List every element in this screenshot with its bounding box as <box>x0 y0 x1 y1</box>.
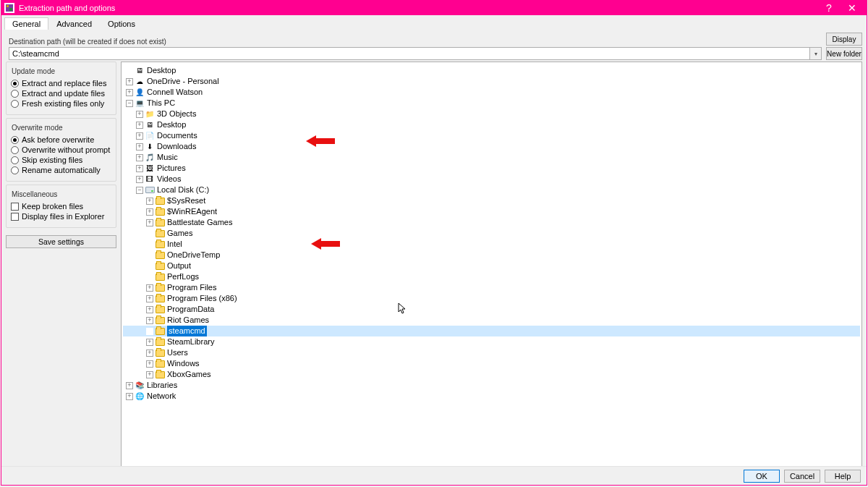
tree-thispc[interactable]: −💻This PC <box>123 98 860 109</box>
tree-toggle-icon[interactable]: + <box>146 339 153 346</box>
tree-spacer <box>146 263 153 270</box>
tree-c-item-perflogs[interactable]: PerfLogs <box>123 271 860 282</box>
pcfolder-icon: 🖥 <box>145 121 155 130</box>
tree-c-item-onedrivetemp[interactable]: OneDriveTemp <box>123 250 860 261</box>
folder-icon <box>155 338 165 347</box>
tree-toggle-icon[interactable]: + <box>146 295 153 302</box>
tree-network[interactable]: +🌐Network <box>123 391 860 402</box>
options-sidebar: Update mode Extract and replace filesExt… <box>6 62 116 486</box>
dialog-footer: OK Cancel Help <box>1 466 867 485</box>
tree-onedrive[interactable]: +☁OneDrive - Personal <box>123 76 860 87</box>
tree-libraries[interactable]: +📚Libraries <box>123 380 860 391</box>
overwrite-opt-0[interactable]: Ask before overwrite <box>11 135 111 145</box>
misc-legend: Miscellaneous <box>9 190 59 198</box>
ok-button[interactable]: OK <box>744 470 780 483</box>
radio-icon <box>11 80 19 88</box>
tree-c-item-steamcmd[interactable]: steamcmd <box>123 326 860 336</box>
tab-options[interactable]: Options <box>100 17 143 30</box>
tab-general[interactable]: General <box>4 17 48 30</box>
folder-icon <box>155 262 165 271</box>
folder-icon <box>155 197 165 206</box>
help-button-footer[interactable]: Help <box>825 470 861 483</box>
tree-desktop[interactable]: 🖥Desktop <box>123 65 860 76</box>
pcfolder-icon: ⬇ <box>145 143 155 151</box>
tree-toggle-icon[interactable]: + <box>136 122 143 129</box>
tree-toggle-icon[interactable]: + <box>146 219 153 226</box>
overwrite-opt-3[interactable]: Rename automatically <box>11 165 111 175</box>
close-button[interactable]: ✕ <box>841 1 864 15</box>
pc-icon: 💻 <box>135 99 145 108</box>
pcfolder-icon: 🖼 <box>145 164 155 173</box>
overwrite-opt-1[interactable]: Overwrite without prompt <box>11 145 111 155</box>
display-button[interactable]: Display <box>826 33 862 46</box>
overwrite-opt-2[interactable]: Skip existing files <box>11 155 111 165</box>
tree-toggle-icon[interactable]: + <box>146 371 153 378</box>
tree-user[interactable]: +👤Connell Watson <box>123 87 860 98</box>
tree-c-item-program-files--x86-[interactable]: +Program Files (x86) <box>123 293 860 304</box>
tree-toggle-icon[interactable]: + <box>126 382 133 389</box>
cancel-button[interactable]: Cancel <box>784 470 820 483</box>
tree-c-item-intel[interactable]: Intel <box>123 239 860 250</box>
tree-toggle-icon[interactable]: + <box>146 284 153 292</box>
tree-c-item-steamlibrary[interactable]: +SteamLibrary <box>123 336 860 347</box>
folder-icon <box>155 305 165 314</box>
tree-toggle-icon[interactable]: + <box>136 132 143 140</box>
help-button[interactable]: ? <box>817 1 841 15</box>
tree-pc-item[interactable]: +⬇Downloads <box>123 141 860 152</box>
folder-icon <box>155 349 165 357</box>
tree-localdisk[interactable]: −Local Disk (C:) <box>123 185 860 195</box>
tree-toggle-icon[interactable]: + <box>146 350 153 357</box>
tree-toggle-icon[interactable]: + <box>126 78 133 85</box>
tree-toggle-icon[interactable]: + <box>136 176 143 183</box>
tab-strip: General Advanced Options <box>1 15 867 30</box>
tree-toggle-icon[interactable]: + <box>146 198 153 205</box>
folder-icon <box>155 295 165 303</box>
tree-c-item-games[interactable]: Games <box>123 228 860 239</box>
update-opt-1[interactable]: Extract and update files <box>11 88 111 98</box>
destination-input[interactable] <box>9 47 810 60</box>
tree-toggle-icon[interactable]: + <box>126 393 133 400</box>
tree-pc-item[interactable]: +📄Documents <box>123 130 860 141</box>
folder-icon <box>155 360 165 368</box>
pcfolder-icon: 📄 <box>145 132 155 140</box>
tree-toggle-icon[interactable]: + <box>146 306 153 313</box>
tree-toggle-icon[interactable]: + <box>146 317 153 324</box>
titlebar: Extraction path and options ? ✕ <box>1 1 867 15</box>
tree-c-item-users[interactable]: +Users <box>123 347 860 358</box>
save-settings-button[interactable]: Save settings <box>6 235 116 248</box>
folder-icon <box>155 370 165 379</box>
tree-pc-item[interactable]: +🖼Pictures <box>123 163 860 174</box>
tree-toggle-icon[interactable]: + <box>136 143 143 151</box>
tree-c-item-windows[interactable]: +Windows <box>123 358 860 369</box>
new-folder-button[interactable]: New folder <box>826 47 862 60</box>
tree-toggle-icon[interactable]: + <box>136 154 143 161</box>
tree-spacer <box>126 67 133 75</box>
tree-c-item--winreagent[interactable]: +$WinREAgent <box>123 206 860 217</box>
tree-pc-item[interactable]: +🎵Music <box>123 152 860 163</box>
tree-c-item-battlestate-games[interactable]: +Battlestate Games <box>123 217 860 228</box>
desktop-icon: 🖥 <box>135 67 145 75</box>
tree-toggle-icon[interactable]: + <box>146 208 153 216</box>
misc-opt-1[interactable]: Display files in Explorer <box>11 211 111 221</box>
tree-pc-item[interactable]: +🎞Videos <box>123 174 860 185</box>
tree-c-item-program-files[interactable]: +Program Files <box>123 282 860 293</box>
misc-opt-0[interactable]: Keep broken files <box>11 201 111 211</box>
tree-toggle-icon[interactable]: − <box>136 187 143 194</box>
tree-pc-item[interactable]: +📁3D Objects <box>123 109 860 119</box>
tree-c-item-xboxgames[interactable]: +XboxGames <box>123 369 860 380</box>
tree-c-item--sysreset[interactable]: +$SysReset <box>123 195 860 206</box>
tree-pc-item[interactable]: +🖥Desktop <box>123 119 860 130</box>
tree-c-item-riot-games[interactable]: +Riot Games <box>123 315 860 326</box>
update-opt-0[interactable]: Extract and replace files <box>11 78 111 88</box>
tree-toggle-icon[interactable]: + <box>136 165 143 172</box>
tree-c-item-programdata[interactable]: +ProgramData <box>123 304 860 315</box>
tab-advanced[interactable]: Advanced <box>48 17 100 30</box>
destination-dropdown-icon[interactable]: ▾ <box>810 47 822 60</box>
tree-toggle-icon[interactable]: + <box>126 89 133 96</box>
folder-tree-panel[interactable]: 🖥Desktop+☁OneDrive - Personal+👤Connell W… <box>121 62 862 486</box>
tree-toggle-icon[interactable]: + <box>136 111 143 118</box>
tree-toggle-icon[interactable]: + <box>146 360 153 368</box>
update-opt-2[interactable]: Fresh existing files only <box>11 98 111 109</box>
tree-toggle-icon[interactable]: − <box>126 100 133 107</box>
tree-c-item-output[interactable]: Output <box>123 261 860 271</box>
